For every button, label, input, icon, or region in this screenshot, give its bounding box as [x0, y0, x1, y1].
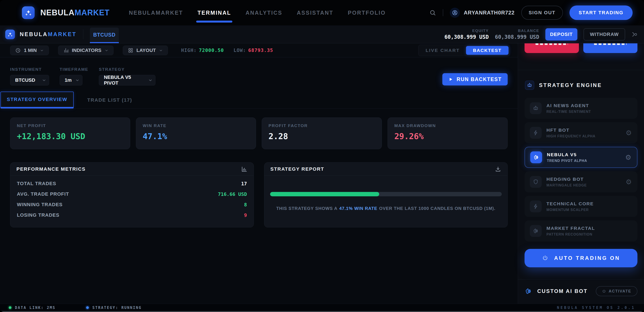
- bot-item-market-fractal[interactable]: MARKET FRACTALPATTERN RECOGNITION: [524, 220, 638, 242]
- auto-trading-label: AUTO TRADING ON: [554, 255, 620, 261]
- bar-chart-icon: [241, 166, 248, 172]
- brain-icon: [530, 151, 542, 163]
- backtest-toggle[interactable]: BACKTEST: [466, 46, 508, 55]
- bot-item-nebula-v5[interactable]: NEBULA V5TREND PIVOT ALPHA ⚙: [524, 147, 638, 168]
- nav-item-analytics[interactable]: ANALYTICS: [246, 10, 282, 16]
- instrument-field: INSTRUMENT BTCUSD: [10, 67, 49, 85]
- balance-block: BALANCE 60,308.999 USD: [495, 29, 539, 40]
- withdraw-button[interactable]: WITHDRAW: [584, 28, 625, 40]
- sparkle-icon: [24, 9, 32, 16]
- main-panel: 1 MIN INDICATORS LAYOUT HIGH:72000.50 LO…: [0, 43, 518, 304]
- backtest-controls: INSTRUMENT BTCUSD TIMEFRAME 1m STRATEGY: [0, 67, 518, 85]
- buy-button[interactable]: [583, 43, 638, 53]
- indicators-icon: [63, 47, 69, 53]
- bot-item-technical-core[interactable]: TECHNICAL COREMOMENTUM SCALPER: [524, 196, 638, 217]
- win-rate-highlight: 47.1% WIN RATE: [339, 206, 378, 211]
- tab-strategy-overview[interactable]: STRATEGY OVERVIEW: [0, 92, 74, 108]
- system-version: NEBULA SYSTEM OS 2.0.1: [557, 306, 635, 310]
- nav-item-assistant[interactable]: ASSISTANT: [297, 10, 334, 16]
- balance-value: 60,308.999 USD: [495, 34, 539, 40]
- equity-block: EQUITY 60,308.999 USD: [444, 29, 488, 40]
- stat-card-profit-factor: PROFIT FACTOR 2.28: [262, 117, 382, 149]
- strategy-select[interactable]: NEBULA V5 PIVOT: [99, 75, 156, 85]
- high-readout: HIGH:72000.50: [181, 47, 224, 53]
- account-person-icon[interactable]: [631, 31, 638, 38]
- divider: [443, 9, 443, 16]
- timeframe-select[interactable]: 1m: [60, 75, 82, 85]
- gear-icon[interactable]: ⚙: [626, 179, 632, 185]
- results-tabs: STRATEGY OVERVIEW TRADE LIST (17): [0, 92, 518, 109]
- chevron-down-icon: [159, 48, 163, 52]
- instrument-select-value: BTCUSD: [15, 77, 35, 83]
- user-chip[interactable]: ARYANRATH0R722: [450, 8, 515, 18]
- shield-icon: [530, 176, 542, 188]
- stat-card-net-profit: NET PROFIT +12,183.30 USD: [10, 117, 130, 149]
- terminal-wordmark: NEBULAMARKET: [20, 31, 76, 37]
- nav-item-nebulamarket[interactable]: NEBULAMARKET: [129, 10, 183, 16]
- chevron-down-icon: [40, 48, 44, 52]
- stat-label: MAX DRAWDOWN: [394, 123, 501, 128]
- bolt-icon: [530, 201, 542, 212]
- strategy-field: STRATEGY NEBULA V5 PIVOT: [99, 67, 156, 85]
- run-backtest-button[interactable]: RUN BACKTEST: [442, 73, 508, 85]
- report-summary-text: THIS STRATEGY SHOWS A47.1% WIN RATEOVER …: [270, 206, 502, 211]
- layout-grid-icon: [128, 47, 134, 53]
- start-trading-button[interactable]: START TRADING: [570, 5, 632, 20]
- bot-item-ai-news-agent[interactable]: AI NEWS AGENTREAL-TIME SENTIMENT: [524, 98, 638, 119]
- balance-label: BALANCE: [495, 29, 539, 33]
- indicators-button-label: INDICATORS: [72, 47, 102, 53]
- chart-toolbar: 1 MIN INDICATORS LAYOUT HIGH:72000.50 LO…: [0, 43, 518, 57]
- tab-trade-list[interactable]: TRADE LIST (17): [83, 92, 136, 108]
- strategy-select-value: NEBULA V5 PIVOT: [104, 74, 145, 86]
- bot-item-hedging-bot[interactable]: HEDGING BOTMARTINGALE HEDGE ⚙: [524, 171, 638, 192]
- chevron-down-icon: [104, 48, 108, 52]
- run-backtest-label: RUN BACKTEST: [456, 76, 502, 82]
- nav-item-portfolio[interactable]: PORTFOLIO: [348, 10, 386, 16]
- timeframe-label: TIMEFRAME: [60, 67, 88, 72]
- power-icon: [542, 255, 548, 261]
- strategy-report-title: STRATEGY REPORT: [270, 166, 324, 172]
- live-chart-toggle[interactable]: LIVE CHART: [420, 48, 466, 53]
- main-nav: NEBULAMARKET TERMINAL ANALYTICS ASSISTAN…: [129, 10, 386, 16]
- stat-label: PROFIT FACTOR: [268, 123, 375, 128]
- clock-icon: [15, 47, 21, 53]
- symbol-tab-btcusd[interactable]: BTCUSD: [90, 28, 119, 43]
- deposit-button[interactable]: DEPOSIT: [545, 28, 577, 40]
- performance-metrics-panel: PERFORMANCE METRICS TOTAL TRADES 17 AVG.…: [10, 162, 254, 227]
- activate-label: ACTIVATE: [609, 289, 631, 294]
- gear-icon[interactable]: ⚙: [626, 129, 632, 136]
- win-rate-progress-fill: [270, 192, 379, 196]
- brain-icon: [524, 288, 532, 295]
- custom-ai-bot-section: CUSTOM AI BOT ACTIVATE: [518, 279, 644, 304]
- play-icon: [448, 77, 453, 82]
- win-rate-value: 47.1%: [143, 132, 249, 141]
- robot-icon: [525, 81, 534, 90]
- layout-button[interactable]: LAYOUT: [123, 45, 168, 55]
- search-icon[interactable]: [429, 9, 436, 16]
- low-value: 68793.35: [248, 47, 273, 53]
- sell-button[interactable]: [524, 43, 579, 53]
- instrument-label: INSTRUMENT: [10, 67, 49, 72]
- instrument-select[interactable]: BTCUSD: [10, 75, 49, 85]
- chevron-down-icon: [148, 78, 152, 82]
- app-window: NEBULAMARKET NEBULAMARKET TERMINAL ANALY…: [0, 0, 644, 312]
- gear-icon[interactable]: ⚙: [625, 154, 631, 161]
- timeframe-button[interactable]: 1 MIN: [10, 45, 49, 55]
- status-bar: DATA LINK: 2MS STRATEGY: RUNNING NEBULA …: [0, 304, 644, 311]
- sparkle-icon: [7, 31, 13, 37]
- terminal-header: NEBULAMARKET BTCUSD EQUITY 60,308.999 US…: [0, 25, 644, 43]
- bot-list: AI NEWS AGENTREAL-TIME SENTIMENT HFT BOT…: [518, 98, 644, 242]
- auto-trading-button[interactable]: AUTO TRADING ON: [524, 249, 638, 267]
- nav-item-terminal[interactable]: TERMINAL: [198, 10, 231, 16]
- bot-item-hft-bot[interactable]: HFT BOTHIGH FREQUENCY ALPHA ⚙: [524, 122, 638, 143]
- stat-label: NET PROFIT: [17, 123, 124, 128]
- stat-label: WIN RATE: [143, 123, 249, 128]
- download-icon[interactable]: [495, 166, 501, 172]
- activate-button[interactable]: ACTIVATE: [596, 286, 638, 296]
- strategy-engine-title: STRATEGY ENGINE: [539, 82, 602, 88]
- indicators-button[interactable]: INDICATORS: [58, 45, 114, 55]
- username: ARYANRATH0R722: [464, 10, 515, 16]
- metric-row-avg-trade-profit: AVG. TRADE PROFIT 716.66 USD: [17, 189, 247, 199]
- sign-out-button[interactable]: SIGN OUT: [521, 6, 563, 20]
- robot-icon: [530, 102, 542, 114]
